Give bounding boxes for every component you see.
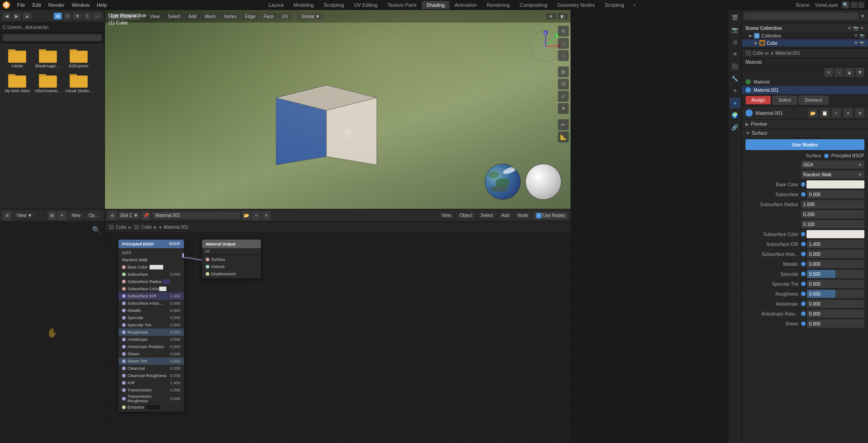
prop-particles-btn[interactable]: ✦ <box>730 85 741 96</box>
small-grid-view[interactable]: ✋ 🔍 <box>0 222 104 443</box>
prop-subradius-value[interactable]: 1.000 <box>801 200 864 208</box>
search-input[interactable] <box>3 34 102 41</box>
filter-btn[interactable]: ▼ <box>73 13 82 19</box>
nav-forward-btn[interactable]: ▶ <box>13 13 21 19</box>
mat-copy-btn[interactable]: 📋 <box>820 108 829 118</box>
node-pin-btn[interactable]: 📌 <box>142 211 151 220</box>
material-selector[interactable]: Material.001 <box>152 212 240 219</box>
prop-subcolor-value[interactable] <box>801 230 864 238</box>
slot-selector[interactable]: Slot 1 ▼ <box>118 212 140 219</box>
tab-scripting[interactable]: Scripting <box>600 1 629 9</box>
tab-sculpting[interactable]: Sculpting <box>319 1 349 9</box>
prop-object-btn[interactable]: ⬛ <box>730 61 741 72</box>
viewport-face-btn[interactable]: Face <box>260 13 277 20</box>
node-editor-icon[interactable]: ⊕ <box>108 211 117 220</box>
surface-section-header[interactable]: ▼ Surface <box>742 128 868 137</box>
distribution-bar[interactable]: GGX ▼ <box>801 160 864 169</box>
menu-file[interactable]: File <box>14 1 28 9</box>
specular-bar[interactable]: 0.500 <box>807 270 864 278</box>
prop-speculartint-value[interactable]: 0.000 <box>801 280 864 288</box>
sphere-gray[interactable] <box>525 164 561 200</box>
tool-annotate[interactable]: ✏ <box>558 119 569 130</box>
move-down-material-slot-btn[interactable]: ▼ <box>855 68 864 77</box>
tab-uv-editing[interactable]: UV Editing <box>349 1 382 9</box>
material-list-item-1[interactable]: Material <box>742 78 868 86</box>
subani-bar[interactable]: 0.000 <box>807 250 864 258</box>
node-select-btn[interactable]: Select <box>477 212 496 219</box>
open-label-btn[interactable]: Op... <box>85 212 102 219</box>
subradius-bar2[interactable]: 0.200 <box>801 210 864 218</box>
viewport-view-btn[interactable]: View <box>147 13 163 20</box>
prop-subior-value[interactable]: 1.400 <box>801 240 864 248</box>
mat-x-btn[interactable]: ✕ <box>844 108 853 118</box>
output-node[interactable]: Material Output All Surface Volume Displ… <box>202 240 261 278</box>
cube-cam-icon[interactable]: 📷 <box>859 41 864 45</box>
tool-move[interactable]: ⊕ <box>558 66 569 77</box>
preview-section-header[interactable]: ▶ Preview <box>742 119 868 128</box>
search-btn[interactable]: 🔍 <box>842 1 849 9</box>
prop-metallic-value[interactable]: 0.000 <box>801 260 864 268</box>
new-btn[interactable]: + <box>57 211 66 220</box>
move-up-material-slot-btn[interactable]: ▲ <box>845 68 854 77</box>
prop-subsurface-value[interactable]: 0.000 <box>801 190 864 198</box>
menu-edit[interactable]: Edit <box>29 1 44 9</box>
render-icon[interactable]: 📷 <box>853 26 859 31</box>
subradius-bar3[interactable]: 0.100 <box>801 220 864 228</box>
nav-back-btn[interactable]: ◀ <box>3 13 11 19</box>
folder-item-vs[interactable]: Visual Studio... <box>65 72 92 93</box>
folder-item-adobe[interactable]: Adobe <box>4 47 31 68</box>
breadcrumb-material[interactable]: Material.001 <box>775 51 800 56</box>
tool-rotate[interactable]: ↺ <box>558 79 569 90</box>
nav-up-btn[interactable]: ▲ <box>23 13 32 19</box>
material-list-item-2[interactable]: Material.001 <box>742 86 868 94</box>
subsurface-method-value[interactable]: Random Walk ▼ <box>801 170 864 179</box>
basecolor-swatch[interactable] <box>807 180 864 189</box>
viewport-vertex-btn[interactable]: Vertex <box>221 13 240 20</box>
bsdf-node[interactable]: Principled BSDF BSDF GGX Random Walk Bas… <box>118 240 184 412</box>
assign-btn[interactable]: Assign <box>745 96 771 104</box>
node-add-mat-btn[interactable]: + <box>252 211 261 220</box>
collection-item-main[interactable]: ▶ ⊞ Collection 👁 📷 <box>742 32 868 39</box>
viewport-select-btn[interactable]: Select <box>165 13 184 20</box>
node-add-btn[interactable]: Add <box>498 212 513 219</box>
bottom-left-icon[interactable]: ⊕ <box>3 211 12 220</box>
view-list-btn[interactable]: ≡ <box>64 13 71 19</box>
prop-world-btn[interactable]: 🌍 <box>730 110 741 121</box>
view-grid-btn[interactable]: ⊞ <box>54 13 62 19</box>
filter-icon[interactable]: ▼ <box>860 13 865 19</box>
tab-modeling[interactable]: Modeling <box>289 1 318 9</box>
breadcrumb-cube[interactable]: Cube <box>753 51 764 56</box>
new-file-btn[interactable]: ← <box>93 13 102 19</box>
collection-item-cube[interactable]: ▶ ⬛ Cube 👁 📷 <box>742 39 868 47</box>
viewport-mesh-btn[interactable]: Mesh <box>202 13 219 20</box>
tool-measure[interactable]: 📐 <box>558 132 569 142</box>
menu-help[interactable]: Help <box>94 1 110 9</box>
right-search-input[interactable] <box>745 13 858 19</box>
viewport-global-btn[interactable]: Global ▼ <box>298 13 323 20</box>
viewport-edge-btn[interactable]: Edge <box>242 13 259 20</box>
sphere-earth[interactable] <box>485 164 521 200</box>
metallic-bar[interactable]: 0.000 <box>807 260 864 268</box>
tab-animation[interactable]: Animation <box>450 1 481 9</box>
header-icon-2[interactable] <box>858 2 864 8</box>
base-color-swatch[interactable] <box>150 265 163 269</box>
prop-modifier-btn[interactable]: 🔧 <box>730 73 741 84</box>
menu-window[interactable]: Window <box>69 1 93 9</box>
tab-geometry-nodes[interactable]: Geometry Nodes <box>553 1 599 9</box>
speculartint-bar[interactable]: 0.000 <box>807 280 864 288</box>
folder-item-iisexpress[interactable]: IISExpress <box>65 47 92 68</box>
mat-browse-btn[interactable]: 📂 <box>808 108 817 118</box>
tool-select[interactable]: □ <box>558 38 569 49</box>
prop-constraint-btn[interactable]: 🔗 <box>730 122 741 133</box>
viewport-uv-btn[interactable]: UV <box>278 13 291 20</box>
surface-type-val[interactable]: Principled BSDF <box>831 153 864 158</box>
select-btn[interactable]: Select <box>773 96 797 104</box>
prop-anisotropic-value[interactable]: 0.000 <box>801 300 864 308</box>
subradius-bar1[interactable]: 1.000 <box>801 200 864 208</box>
use-nodes-toggle[interactable]: ✓ Use Nodes <box>533 212 568 219</box>
new-label-btn[interactable]: New <box>68 212 84 219</box>
tool-cursor[interactable]: ✛ <box>558 26 569 37</box>
tool-lasso[interactable]: ○ <box>558 50 569 61</box>
emission-swatch[interactable] <box>146 405 160 410</box>
prop-scene-btn[interactable]: 🎬 <box>730 12 741 23</box>
